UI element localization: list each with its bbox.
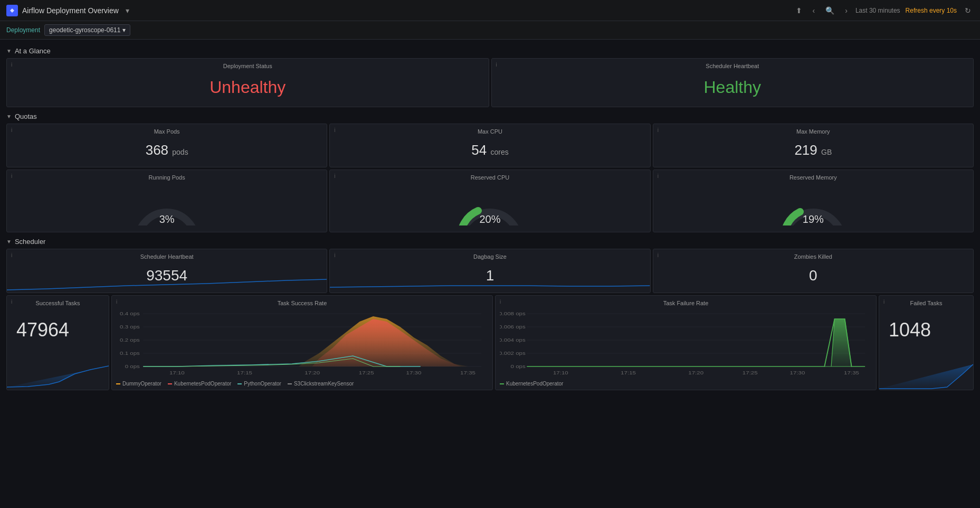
dagbag-sparkline	[330, 274, 650, 293]
legend-dummy-operator: DummyOperator	[116, 381, 161, 387]
svg-text:17:25: 17:25	[359, 370, 374, 375]
max-memory-number: 219	[794, 142, 817, 158]
running-pods-pct-label: 3%	[130, 213, 204, 225]
successful-tasks-title: Successful Tasks	[11, 300, 104, 306]
running-pods-gauge: 3%	[13, 184, 320, 228]
zombies-killed-panel: i Zombies Killed 0	[653, 249, 974, 293]
max-memory-panel: i Max Memory 219 GB	[653, 124, 974, 167]
running-pods-title: Running Pods	[13, 174, 320, 181]
reserved-memory-panel: i Reserved Memory 19%	[653, 170, 974, 232]
main-content: ▼ At a Glance i Deployment Status Unheal…	[0, 40, 980, 394]
max-pods-panel: i Max Pods 368 pods	[6, 124, 327, 167]
reserved-memory-gauge-wrapper: 19%	[776, 186, 850, 225]
reserved-cpu-gauge: 20%	[336, 184, 643, 228]
legend-python-dot	[237, 383, 242, 384]
zombies-killed-title: Zombies Killed	[660, 253, 967, 260]
reserved-cpu-gauge-wrapper: 20%	[453, 186, 527, 225]
zombies-killed-info-icon: i	[658, 252, 659, 258]
svg-text:17:15: 17:15	[237, 370, 252, 375]
dagbag-size-panel: i Dagbag Size 1	[329, 249, 650, 293]
quotas-grid-top: i Max Pods 368 pods i Max CPU 54 cores i…	[6, 124, 974, 167]
legend-s3-sensor: S3ClickstreamKeySensor	[288, 381, 354, 387]
task-success-rate-legend: DummyOperator KubernetesPodOperator Pyth…	[116, 381, 488, 387]
svg-text:17:35: 17:35	[460, 370, 475, 375]
svg-text:0 ops: 0 ops	[511, 364, 526, 369]
app-logo	[6, 5, 18, 16]
reserved-memory-title: Reserved Memory	[660, 174, 967, 181]
legend-kubernetes-pod-operator: KubernetesPodOperator	[168, 381, 231, 387]
svg-text:17:25: 17:25	[743, 370, 758, 375]
svg-text:0.004 ops: 0.004 ops	[500, 337, 526, 343]
task-success-rate-title: Task Success Rate	[116, 300, 488, 306]
scheduler-label: Scheduler	[15, 238, 46, 246]
refresh-label: Refresh every 10s	[906, 7, 957, 14]
bottom-grid: i Successful Tasks 47964 i Task Success	[6, 295, 974, 390]
svg-text:0 ops: 0 ops	[125, 364, 140, 369]
at-a-glance-grid: i Deployment Status Unhealthy i Schedule…	[6, 58, 974, 107]
svg-text:0.3 ops: 0.3 ops	[120, 324, 140, 330]
dagbag-size-info-icon: i	[334, 252, 335, 258]
share-button[interactable]: ⬆	[793, 5, 805, 16]
search-button[interactable]: 🔍	[823, 5, 837, 16]
legend-failure-kpo-dot	[500, 383, 504, 384]
legend-kpo-dot	[168, 383, 172, 384]
deployment-tag: Deployment	[6, 26, 40, 34]
reserved-cpu-pct-label: 20%	[453, 213, 527, 225]
svg-text:0.006 ops: 0.006 ops	[500, 324, 526, 330]
successful-tasks-info-icon: i	[11, 299, 12, 305]
running-pods-panel: i Running Pods 3%	[6, 170, 327, 232]
refresh-button[interactable]: ↻	[962, 5, 974, 16]
max-pods-info-icon: i	[11, 127, 12, 133]
nav-back-button[interactable]: ‹	[810, 5, 818, 16]
dagbag-size-title: Dagbag Size	[336, 253, 643, 260]
reserved-memory-gauge: 19%	[660, 184, 967, 228]
task-failure-rate-title: Task Failure Rate	[500, 300, 872, 306]
failed-tasks-title: Failed Tasks	[883, 300, 969, 306]
task-success-rate-info-icon: i	[116, 299, 117, 305]
max-memory-info-icon: i	[658, 127, 659, 133]
nav-forward-button[interactable]: ›	[842, 5, 850, 16]
max-memory-title: Max Memory	[660, 128, 967, 135]
running-pods-gauge-wrapper: 3%	[130, 186, 204, 225]
legend-python-label: PythonOperator	[244, 381, 281, 387]
scheduler-heartbeat-status-value: Healthy	[498, 72, 967, 102]
quotas-chevron-icon: ▼	[6, 114, 12, 119]
svg-text:17:10: 17:10	[169, 370, 185, 375]
scheduler-section-header[interactable]: ▼ Scheduler	[6, 234, 974, 249]
running-pods-info-icon: i	[11, 173, 12, 179]
successful-tasks-value: 47964	[11, 308, 104, 341]
legend-s3-label: S3ClickstreamKeySensor	[294, 381, 354, 387]
reserved-cpu-info-icon: i	[334, 173, 335, 179]
svg-text:17:20: 17:20	[688, 370, 703, 375]
scheduler-heartbeat-panel: i Scheduler Heartbeat 93554	[6, 249, 327, 293]
legend-python-operator: PythonOperator	[237, 381, 281, 387]
at-a-glance-section-header[interactable]: ▼ At a Glance	[6, 44, 974, 58]
quotas-section-header[interactable]: ▼ Quotas	[6, 109, 974, 124]
at-a-glance-label: At a Glance	[15, 47, 51, 55]
deployment-status-value: Unhealthy	[13, 72, 482, 102]
task-failure-rate-info-icon: i	[500, 299, 501, 305]
reserved-memory-info-icon: i	[658, 173, 659, 179]
page-title: Airflow Deployment Overview	[22, 6, 119, 15]
task-failure-rate-chart: 0.008 ops 0.006 ops 0.004 ops 0.002 ops …	[500, 308, 872, 377]
svg-text:17:20: 17:20	[305, 370, 320, 375]
legend-failure-kpo-label: KubernetesPodOperator	[506, 381, 563, 387]
failed-tasks-panel: i Failed Tasks 1048	[879, 295, 974, 390]
max-memory-unit: GB	[821, 148, 832, 156]
svg-text:0.002 ops: 0.002 ops	[500, 351, 526, 356]
legend-s3-dot	[288, 383, 292, 384]
max-pods-title: Max Pods	[13, 128, 320, 135]
scheduler-heartbeat-sparkline	[7, 274, 327, 293]
scheduler-heartbeat-status-title: Scheduler Heartbeat	[498, 63, 967, 69]
failed-tasks-value: 1048	[883, 308, 969, 341]
max-pods-value: 368 pods	[13, 138, 320, 163]
deployment-dropdown[interactable]: geodetic-gyroscope-0611 ▾	[44, 24, 130, 36]
max-cpu-info-icon: i	[334, 127, 335, 133]
legend-kpo-label: KubernetesPodOperator	[174, 381, 231, 387]
title-dropdown-button[interactable]: ▾	[123, 5, 132, 16]
svg-text:0.4 ops: 0.4 ops	[120, 311, 140, 316]
legend-dummy-operator-label: DummyOperator	[122, 381, 161, 387]
zombies-killed-value: 0	[660, 263, 967, 288]
successful-tasks-panel: i Successful Tasks 47964	[6, 295, 109, 390]
header: Airflow Deployment Overview ▾ ⬆ ‹ 🔍 › La…	[0, 0, 980, 21]
